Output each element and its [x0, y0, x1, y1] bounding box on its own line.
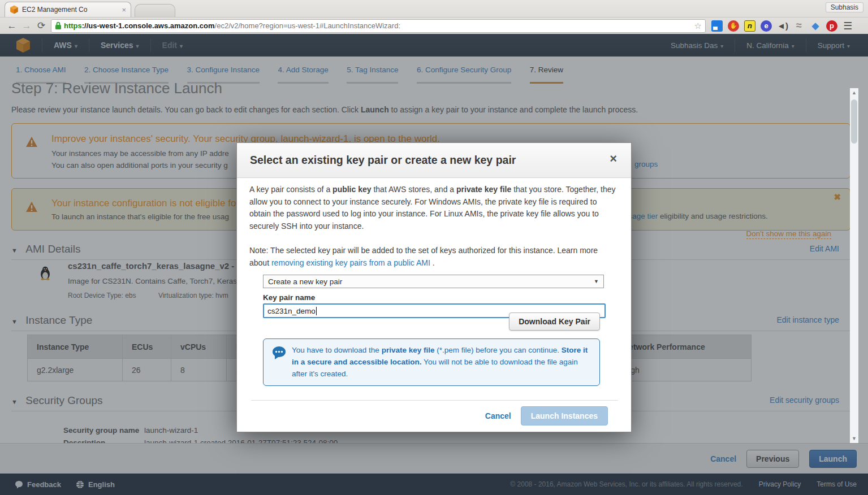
browser-menu-icon[interactable]: ☰: [843, 20, 852, 32]
browser-chrome: EC2 Management Co × Subhasis ← → ⟳ https…: [0, 0, 868, 34]
key-pair-name-label: Key pair name: [263, 293, 315, 302]
text-caret: [316, 307, 317, 315]
tab-title: EC2 Management Co: [22, 6, 119, 14]
dialog-header: Select an existing key pair or create a …: [237, 143, 631, 178]
dialog-title: Select an existing key pair or create a …: [250, 154, 516, 167]
speaker-extension-icon[interactable]: ◄): [777, 20, 788, 32]
scroll-down-icon[interactable]: ▼: [852, 434, 857, 443]
key-pair-option-select[interactable]: Create a new key pair ▼: [263, 275, 604, 288]
scrollbar-thumb[interactable]: [851, 99, 857, 144]
padlock-icon: [55, 21, 62, 30]
info-bubble-icon: [271, 346, 287, 360]
dialog-cancel-link[interactable]: Cancel: [485, 411, 511, 420]
screen: EC2 Management Co × Subhasis ← → ⟳ https…: [0, 0, 868, 495]
forward-button[interactable]: →: [19, 20, 34, 32]
url-path: /ec2/v2/home?region=us-west-1#LaunchInst…: [215, 21, 400, 30]
download-info-text: You have to download the private key fil…: [292, 344, 594, 380]
tab-close-icon[interactable]: ×: [122, 6, 126, 14]
download-key-pair-button[interactable]: Download Key Pair: [509, 312, 600, 331]
back-button[interactable]: ←: [5, 20, 19, 32]
removing-key-pairs-link[interactable]: removing existing key pairs from a publi…: [271, 258, 430, 267]
browser-tab[interactable]: EC2 Management Co ×: [5, 2, 131, 17]
browser-tab-strip: EC2 Management Co × Subhasis: [0, 0, 868, 17]
hat-extension-icon[interactable]: ◆: [810, 20, 821, 32]
url-host: ://us-west-1.console.aws.amazon.com: [82, 21, 215, 30]
e-extension-icon[interactable]: e: [761, 20, 772, 32]
aws-favicon-icon: [10, 5, 19, 14]
download-info-box: You have to download the private key fil…: [263, 338, 600, 386]
key-pair-note: Note: The selected key pair will be adde…: [249, 245, 616, 269]
extension-row: ✋ n e ◄) ≈ ◆ p: [711, 20, 837, 32]
scroll-up-icon[interactable]: ▲: [852, 88, 857, 97]
approx-extension-icon[interactable]: ≈: [793, 20, 805, 32]
reload-button[interactable]: ⟳: [34, 20, 49, 32]
pinterest-extension-icon[interactable]: p: [826, 20, 837, 32]
browser-address-bar: ← → ⟳ https://us-west-1.console.aws.amaz…: [0, 17, 868, 34]
key-pair-description: A key pair consists of a public key that…: [249, 184, 616, 232]
new-tab-button[interactable]: [135, 4, 175, 17]
profile-badge[interactable]: Subhasis: [826, 2, 863, 12]
key-pair-dialog: Select an existing key pair or create a …: [236, 142, 632, 432]
n-extension-icon[interactable]: n: [744, 20, 755, 32]
dialog-footer: Cancel Launch Instances: [237, 406, 631, 425]
launch-instances-button[interactable]: Launch Instances: [521, 406, 608, 425]
dialog-divider: [251, 400, 618, 401]
url-bar[interactable]: https://us-west-1.console.aws.amazon.com…: [51, 19, 706, 33]
adblock-hand-extension-icon[interactable]: ✋: [728, 20, 739, 32]
bookmark-star-icon[interactable]: ☆: [694, 21, 702, 31]
close-icon[interactable]: ×: [610, 151, 617, 166]
vertical-scrollbar[interactable]: ▲ ▼: [850, 88, 858, 443]
window-extension-icon[interactable]: [711, 20, 723, 32]
url-scheme: https: [64, 21, 82, 30]
select-caret-icon: ▼: [594, 279, 599, 284]
